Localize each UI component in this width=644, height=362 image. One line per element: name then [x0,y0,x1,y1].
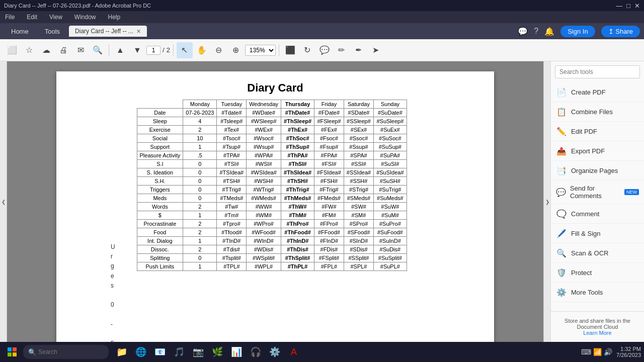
document-area[interactable]: Diary Card Urges0-5 Monday Tuesday Wedne… [7,61,543,342]
fit-page-button[interactable]: ⬛ [282,42,298,58]
row-cell: #SuPA# [374,151,407,160]
row-label: Date [137,109,183,117]
panel-item-edit-pdf[interactable]: ✏️Edit PDF [551,122,644,141]
share-button[interactable]: ↥ Share [601,26,640,37]
email-button[interactable]: ✉ [72,42,89,58]
panel-item-comment[interactable]: 🗨️Comment [551,204,644,224]
tab-document[interactable]: Diary Card -- Jeff -- ... ✕ [69,26,147,37]
share-icon[interactable]: 💬 [518,27,528,36]
left-panel-handle[interactable]: ❮ [0,61,7,342]
row-label: $ [137,211,183,220]
taskbar-app-icons: 📁 🌐 📧 🎵 📷 🌿 📊 🎧 ⚙️ A [113,343,303,361]
menu-file[interactable]: File [3,13,17,22]
tab-tools[interactable]: Tools [38,26,67,37]
taskbar-acrobat-icon[interactable]: A [285,343,303,361]
tray-icon-1[interactable]: ⌨ [581,348,591,356]
window-controls[interactable]: — □ ✕ [616,2,640,10]
row-cell: #ThDate# [281,109,314,117]
panel-item-fill-sign[interactable]: 🖊️Fill & Sign [551,224,644,243]
row-cell: #Tex# [217,126,247,134]
bookmark-button[interactable]: ☆ [21,42,37,58]
taskbar-app4-icon[interactable]: 📷 [189,343,207,361]
main-area: ❮ Diary Card Urges0-5 Monday Tuesday Wed… [0,61,644,342]
panel-item-send-for-comments[interactable]: 💬Send for CommentsNEW [551,180,644,204]
menu-help[interactable]: Help [106,13,123,22]
panel-item-export-pdf[interactable]: 📤Export PDF [551,141,644,161]
table-row: Procrastinate2#Tpro##WPro##ThPro##FPro##… [92,220,407,228]
panel-item-combine-files[interactable]: 📋Combine Files [551,102,644,122]
markup-button[interactable]: ✒ [351,42,367,58]
row-cell: 0 [183,254,217,262]
zoom-in-button[interactable]: ⊕ [228,42,244,58]
taskbar-datetime[interactable]: 1:32 PM 7/26/2023 [616,346,641,358]
page-number-input[interactable] [146,46,160,55]
close-button[interactable]: ✕ [634,2,640,10]
row-cell: #SSleep# [344,117,373,126]
row-cell: #ThM# [281,211,314,220]
start-button[interactable] [3,343,21,361]
panel-item-protect[interactable]: 🛡️Protect [551,263,644,283]
panel-item-create-pdf[interactable]: 📄Create PDF [551,82,644,102]
row-cell: 2 [183,220,217,228]
row-cell: 2 [183,203,217,211]
menu-window[interactable]: Window [72,13,98,22]
tab-home[interactable]: Home [4,26,36,37]
panel-item-more-tools[interactable]: ⚙️More Tools [551,283,644,302]
notification-icon[interactable]: 🔔 [544,27,554,36]
taskbar-app5-icon[interactable]: 🌿 [208,343,226,361]
taskbar-mail-icon[interactable]: 📧 [151,343,169,361]
zoom-select[interactable]: 135% 100% 75% 150% 200% [245,45,276,56]
tab-close-icon[interactable]: ✕ [136,28,141,35]
cloud-button[interactable]: ☁ [38,42,54,58]
taskbar-search-box[interactable]: 🔍 [23,345,109,359]
comment-icon-button[interactable]: 💬 [316,42,333,58]
sign-in-button[interactable]: Sign In [560,26,595,37]
edit-pdf-icon: ✏️ [556,126,567,137]
tray-icon-2[interactable]: 📶 [593,348,602,356]
nav-next-button[interactable]: ▼ [129,42,145,58]
row-cell [92,203,137,211]
right-panel-handle[interactable]: ❯ [543,61,550,342]
tray-icon-3[interactable]: 🔊 [604,348,612,356]
new-button[interactable]: ⬜ [4,42,20,58]
row-cell: 07-26-2023 [183,109,217,117]
print-button[interactable]: 🖨 [55,42,71,58]
select-tool-button[interactable]: ↖ [177,42,193,58]
row-cell: #WMeds# [247,194,281,203]
taskbar-edge-icon[interactable]: 🌐 [132,343,150,361]
menu-view[interactable]: View [47,13,64,22]
search-button[interactable]: 🔍 [90,42,106,58]
row-cell: #FSIdea# [314,168,344,177]
protect-icon: 🛡️ [556,267,567,278]
row-cell: #SuFood# [374,228,407,237]
search-tools-input[interactable] [555,65,640,78]
rotate-button[interactable]: ↻ [299,42,315,58]
nav-prev-button[interactable]: ▲ [112,42,128,58]
action-button[interactable]: ➤ [368,42,384,58]
send-for-comments-icon: 💬 [556,187,566,198]
panel-item-organize-pages[interactable]: 📑Organize Pages [551,161,644,180]
maximize-button[interactable]: □ [626,2,630,10]
highlight-button[interactable]: ✏ [334,42,350,58]
row-cell: #ThPro# [281,220,314,228]
taskbar-explorer-icon[interactable]: 📁 [113,343,131,361]
row-cell [92,220,137,228]
learn-more-link[interactable]: Learn More [583,330,611,336]
taskbar-app6-icon[interactable]: 📊 [227,343,246,361]
taskbar-app7-icon[interactable]: 🎧 [247,343,265,361]
panel-item-scan-ocr[interactable]: 🔍Scan & OCR [551,243,644,263]
taskbar-app3-icon[interactable]: 🎵 [170,343,188,361]
row-cell: #SMeds# [344,194,373,203]
row-cell: #ThSleep# [281,117,314,126]
header-wednesday: Wednesday [247,100,281,109]
zoom-out-button[interactable]: ⊖ [211,42,227,58]
row-cell: #WDate# [247,109,281,117]
taskbar-search-input[interactable] [38,348,104,355]
hand-tool-button[interactable]: ✋ [194,42,210,58]
row-cell: #WPro# [247,220,281,228]
panel-footer: Store and share files in the Document Cl… [551,311,644,342]
taskbar-app8-icon[interactable]: ⚙️ [266,343,284,361]
menu-edit[interactable]: Edit [25,13,39,22]
minimize-button[interactable]: — [616,2,622,10]
help-icon[interactable]: ? [534,27,538,36]
